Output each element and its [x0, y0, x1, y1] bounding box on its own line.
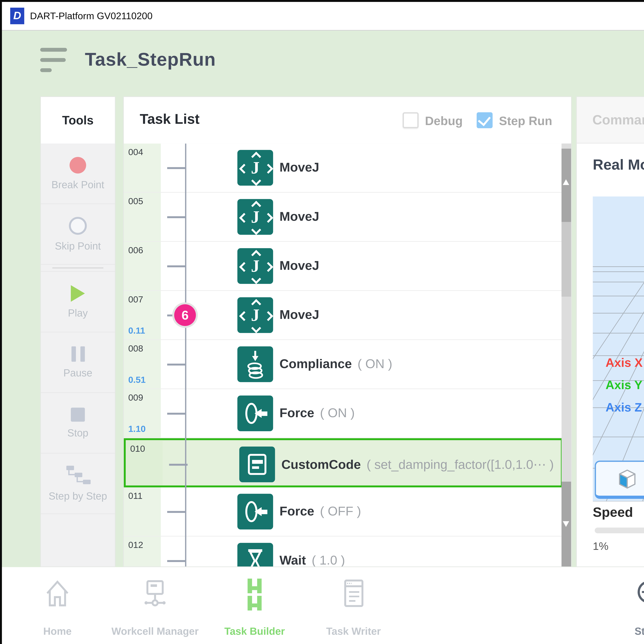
- nav-task-builder-active[interactable]: Task Builder: [200, 574, 309, 642]
- nav-label: Workcell Manager: [101, 626, 209, 637]
- movej-icon: J: [237, 297, 273, 333]
- scroll-up-icon[interactable]: [563, 179, 569, 185]
- callout-badge-6: 6: [172, 302, 198, 328]
- pause-label: Pause: [63, 367, 92, 379]
- title-bar: D DART-Platform GV02110200 ✕: [2, 2, 644, 31]
- speed-slider[interactable]: [595, 528, 644, 533]
- movej-icon: J: [237, 199, 273, 235]
- viewport-scene: [593, 196, 644, 501]
- row-label: MoveJ: [279, 258, 319, 273]
- row-number: 012: [128, 540, 143, 550]
- app-window: D DART-Platform GV02110200 ✕ Task_StepRu…: [0, 0, 644, 644]
- row-label: Wait( 1.0 ): [279, 553, 345, 566]
- task-row-008[interactable]: 008 0.51 Compliance( ON ): [124, 340, 563, 389]
- nav-home[interactable]: Home: [3, 574, 112, 642]
- task-row-004[interactable]: 004 J MoveJ: [124, 143, 563, 193]
- row-number: 009: [128, 392, 143, 403]
- status-icon: [632, 576, 644, 612]
- row-label: CustomCode( set_damping_factor([1.0,1.0⋯…: [281, 457, 554, 472]
- axis-z-label: Axis Z: [605, 401, 642, 415]
- speed-min-label: 1%: [593, 540, 608, 553]
- task-row-005[interactable]: 005 J MoveJ: [124, 193, 563, 242]
- real-mode-label: Real Mode: [593, 156, 644, 173]
- row-number: 005: [128, 196, 143, 206]
- force-icon: [237, 494, 273, 529]
- nav-workcell-manager[interactable]: Workcell Manager: [101, 574, 209, 642]
- task-row-010-selected[interactable]: 010 CustomCode( set_damping_factor([1.0,…: [124, 438, 563, 487]
- break-point-button[interactable]: Break Point: [41, 143, 115, 204]
- step-run-checkbox[interactable]: [477, 112, 493, 128]
- tools-panel-title: Tools: [41, 97, 115, 144]
- menu-hamburger-icon[interactable]: [40, 48, 68, 73]
- skip-point-icon: [69, 217, 87, 234]
- row-label: MoveJ: [279, 209, 319, 224]
- robot-3d-viewport[interactable]: Axis X Axis Y Axis Z FRONT: [593, 196, 644, 501]
- play-icon: [71, 285, 85, 301]
- row-number: 011: [128, 491, 143, 501]
- nav-label: Status: [596, 626, 644, 637]
- task-list-panel: Task List Debug Step Run 004 J MoveJ 005…: [123, 96, 572, 567]
- nav-label: Task Builder: [200, 626, 309, 637]
- row-number: 006: [128, 245, 143, 255]
- scrollbar-thumb[interactable]: [562, 482, 571, 566]
- stop-label: Stop: [67, 427, 88, 439]
- page-title: Task_StepRun: [85, 49, 216, 70]
- row-number: 010: [130, 443, 145, 454]
- nav-status[interactable]: Status: [596, 574, 644, 642]
- break-point-icon: [70, 157, 86, 173]
- scrollbar-thumb[interactable]: [562, 149, 571, 222]
- task-row-012[interactable]: 012 Wait( 1.0 ): [124, 536, 563, 566]
- step-by-step-button[interactable]: Step by Step: [41, 454, 115, 514]
- row-label: Force( OFF ): [279, 504, 361, 519]
- row-exec-time: 0.11: [128, 325, 145, 336]
- task-row-006[interactable]: 006 J MoveJ: [124, 242, 563, 291]
- skip-point-label: Skip Point: [55, 240, 101, 252]
- pause-button[interactable]: Pause: [41, 332, 115, 393]
- scroll-down-icon[interactable]: [563, 521, 569, 527]
- row-exec-time: 1.10: [128, 424, 146, 434]
- break-point-label: Break Point: [52, 179, 104, 190]
- task-row-011[interactable]: 011 Force( OFF ): [124, 487, 563, 536]
- window-title: DART-Platform GV02110200: [30, 10, 152, 21]
- task-rows: 004 J MoveJ 005 J MoveJ 006 J MoveJ 00: [124, 143, 563, 566]
- tab-command[interactable]: Command: [577, 97, 644, 144]
- task-list-scrollbar[interactable]: [562, 143, 571, 566]
- row-label: Compliance( ON ): [279, 357, 392, 371]
- row-number: 007: [128, 294, 143, 304]
- task-list-header: Task List Debug Step Run: [124, 97, 571, 144]
- detail-tabs: Command Property Variable Play: [577, 97, 644, 144]
- task-row-009[interactable]: 009 1.10 Force( ON ): [124, 389, 563, 438]
- axis-y-label: Axis Y: [605, 378, 642, 392]
- pause-icon: [71, 346, 84, 361]
- debug-label: Debug: [425, 114, 463, 128]
- row-number: 008: [128, 343, 143, 353]
- tools-divider: [41, 265, 115, 272]
- task-tree-line: [185, 143, 186, 566]
- bottom-navigation: Home Workcell Manager Task Builder Tas: [2, 567, 644, 644]
- row-label: Force( ON ): [279, 406, 355, 420]
- speed-label: Speed: [593, 505, 633, 520]
- nav-label: Home: [3, 626, 112, 637]
- force-icon: [237, 396, 273, 431]
- stop-button[interactable]: Stop: [41, 393, 115, 454]
- movej-icon: J: [237, 150, 273, 186]
- scrollbar-thumb[interactable]: [562, 222, 571, 297]
- play-button[interactable]: Play: [41, 272, 115, 332]
- axis-x-label: Axis X: [605, 356, 643, 370]
- detail-panel: Command Property Variable Play Real Mode…: [576, 96, 644, 567]
- app-logo-icon: D: [10, 8, 24, 24]
- stop-icon: [71, 407, 85, 421]
- workcell-manager-icon: [137, 576, 173, 612]
- customcode-icon: [239, 447, 275, 482]
- debug-checkbox[interactable]: [403, 112, 419, 128]
- view-front-button[interactable]: [595, 461, 644, 499]
- row-exec-time: 0.51: [128, 374, 146, 385]
- movej-icon: J: [237, 248, 273, 284]
- nav-label: Task Writer: [299, 626, 408, 637]
- row-number: 004: [128, 147, 143, 157]
- nav-task-writer[interactable]: Task Writer: [299, 574, 408, 642]
- play-label: Play: [68, 307, 88, 319]
- view-preset-row: [593, 461, 644, 500]
- wait-icon: [237, 543, 273, 566]
- skip-point-button[interactable]: Skip Point: [41, 204, 115, 265]
